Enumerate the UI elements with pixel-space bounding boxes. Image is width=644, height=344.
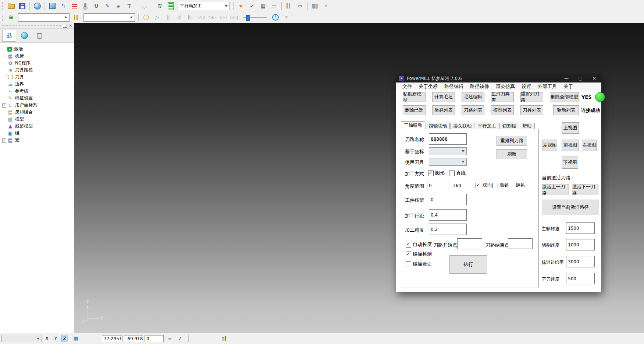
rewind-icon[interactable]: ◁◁ bbox=[196, 13, 206, 22]
minimize-button[interactable]: — bbox=[559, 76, 573, 81]
tool-pair-icon[interactable] bbox=[284, 1, 294, 11]
view-right-button[interactable]: 右视图 bbox=[582, 140, 597, 151]
tree-item-activate[interactable]: »激活 bbox=[0, 46, 74, 53]
dialog-tab-1[interactable]: 三轴联动 bbox=[401, 121, 425, 129]
tree-item-tools[interactable]: ↧↧刀具 bbox=[0, 74, 74, 81]
menu-item-0[interactable]: 文件 bbox=[399, 83, 415, 90]
use-tool-combo[interactable] bbox=[429, 158, 467, 166]
tree-item-stock-models[interactable]: ▲残留模型 bbox=[0, 123, 74, 130]
pause-icon[interactable]: || bbox=[163, 13, 173, 22]
tree-item-macros[interactable]: +▤宏 bbox=[0, 137, 74, 144]
refresh-button[interactable]: 刷新 bbox=[497, 149, 527, 159]
bidirectional-checkbox[interactable]: 双向 bbox=[476, 182, 492, 189]
action-button-删除全部模型[interactable]: 删除全部模型 bbox=[550, 92, 579, 102]
toolpaths-icon[interactable]: ≋ bbox=[6, 13, 16, 22]
tree-item-groups[interactable]: ▣组 bbox=[0, 130, 74, 137]
conventional-mill-checkbox[interactable]: 逆铣 bbox=[509, 182, 525, 189]
start-point-input[interactable] bbox=[457, 238, 482, 249]
axis-x-button[interactable]: X bbox=[43, 335, 50, 342]
go-start-icon[interactable]: |◁◁ bbox=[218, 13, 228, 22]
maximize-button[interactable]: ▢ bbox=[573, 76, 587, 81]
simulation-pause-icon[interactable]: ▯‖ bbox=[219, 335, 229, 342]
tree-item-models[interactable]: ▧模型 bbox=[0, 116, 74, 123]
ruler-icon[interactable]: ▭ bbox=[269, 1, 279, 11]
stepover-input[interactable]: 0.4 bbox=[429, 209, 467, 221]
menu-item-1[interactable]: 关于坐标 bbox=[415, 83, 441, 90]
step-forward-icon[interactable]: |▷ bbox=[185, 13, 195, 22]
tree-item-levels-sets[interactable]: ▤层和组合 bbox=[0, 109, 74, 116]
collision-detect-checkbox[interactable]: 碰撞检测 bbox=[406, 251, 432, 257]
fast-forward-icon[interactable]: ▷▷ bbox=[207, 13, 217, 22]
view-bottom-button[interactable]: 下视图 bbox=[562, 157, 578, 169]
menu-item-6[interactable]: 外部工具 bbox=[534, 83, 560, 90]
climb-mill-checkbox[interactable]: 顺铣 bbox=[492, 182, 509, 189]
clock-icon[interactable] bbox=[270, 13, 281, 22]
point-list-icon[interactable]: ≡ bbox=[166, 335, 174, 342]
dialog-titlebar[interactable]: ✦ PowerMILL 忆梦星河 7.0.6 — ▢ ✕ bbox=[396, 74, 601, 83]
close-button[interactable]: ✕ bbox=[587, 76, 601, 81]
collision-check-icon[interactable]: U bbox=[91, 1, 102, 11]
axis-y-button[interactable]: Y bbox=[52, 335, 59, 342]
action-button-毛坯编辑[interactable]: 毛坯编辑 bbox=[462, 92, 484, 102]
calculator-icon[interactable]: ▦ bbox=[258, 1, 268, 11]
toolpath-name-input[interactable]: 888888 bbox=[429, 133, 467, 145]
verify-tool-icon[interactable]: ✔ bbox=[247, 1, 257, 11]
close-panel-icon[interactable]: ✕ bbox=[69, 24, 72, 28]
menu-item-7[interactable]: 关于 bbox=[560, 83, 576, 90]
rearrange-toolpaths-button[interactable]: 重排列刀路 bbox=[497, 136, 527, 146]
angle-measure-icon[interactable]: ∠ bbox=[177, 335, 184, 342]
coord-y-input[interactable]: -69.918 bbox=[124, 335, 143, 342]
tree-item-machine[interactable]: ▦机床 bbox=[0, 53, 74, 60]
action-button-星河刀具库[interactable]: 星河刀具库 bbox=[491, 92, 514, 102]
action-button-重排列刀路[interactable]: 重排列刀路 bbox=[520, 92, 543, 102]
explorer-globe-tab[interactable] bbox=[17, 30, 31, 42]
auto-length-checkbox[interactable]: 自动长度 bbox=[406, 241, 432, 248]
z-levels-icon[interactable] bbox=[69, 1, 79, 11]
tolerance-input[interactable]: 0.2 bbox=[429, 224, 467, 235]
edit-toolpath-icon[interactable]: ✎ bbox=[102, 1, 113, 11]
tree-item-boundaries[interactable]: ☁边界 bbox=[0, 81, 74, 88]
menu-item-3[interactable]: 路径镜像 bbox=[467, 83, 492, 90]
play-icon[interactable]: ▷ bbox=[152, 13, 162, 22]
dialog-tab-4[interactable]: 平行加工 bbox=[475, 123, 499, 129]
go-end-icon[interactable]: ▷▷| bbox=[229, 13, 239, 22]
tree-item-toolpaths[interactable]: ≋刀具路径 bbox=[0, 67, 74, 74]
speed-input[interactable]: 3000 bbox=[566, 256, 595, 267]
execute-button[interactable]: 执行 bbox=[449, 255, 487, 274]
ball-tool-icon[interactable] bbox=[80, 1, 90, 11]
simulate-tool-icon[interactable]: ◡ bbox=[139, 1, 150, 11]
open-project-icon[interactable] bbox=[6, 1, 16, 11]
statusbar-combo[interactable] bbox=[1, 335, 42, 342]
dialog-tab-6[interactable]: 帮助 bbox=[520, 123, 535, 129]
axis-z-button[interactable]: Z bbox=[61, 335, 68, 342]
set-active-path-button[interactable]: 设置当前激活路径 bbox=[542, 200, 599, 215]
speed-input[interactable]: 1000 bbox=[566, 239, 595, 250]
coord-system-combo[interactable] bbox=[429, 147, 467, 155]
tree-item-workplanes[interactable]: +∟用户坐标系 bbox=[0, 102, 74, 109]
dialog-tab-5[interactable]: 切割锯 bbox=[499, 123, 519, 129]
step-back-icon[interactable]: ◁| bbox=[174, 13, 184, 22]
action-button-计算毛坯[interactable]: 计算毛坯 bbox=[432, 92, 455, 102]
activate-prev-button[interactable]: 激活上一刀路 bbox=[542, 185, 569, 195]
sim-speed-slider[interactable] bbox=[243, 15, 267, 20]
block-icon[interactable] bbox=[47, 1, 57, 11]
tree-item-patterns[interactable]: ≈参考线 bbox=[0, 88, 74, 95]
trim-cross-icon[interactable]: ✂ bbox=[295, 1, 305, 11]
grid-snap-icon[interactable]: ▦ bbox=[72, 335, 80, 342]
slider-handle[interactable] bbox=[246, 15, 250, 21]
action-button-驱动列表[interactable]: 驱动列表 bbox=[553, 105, 579, 115]
action-button-坐标列表[interactable]: 坐标列表 bbox=[432, 105, 455, 115]
pattern-icon[interactable]: ◈ bbox=[113, 1, 124, 11]
tools-icon[interactable] bbox=[71, 13, 82, 22]
block-calculator-icon[interactable] bbox=[32, 1, 42, 11]
coord-x-input[interactable]: 77.2951 bbox=[102, 335, 122, 342]
action-button-刀路列表[interactable]: 刀路列表 bbox=[462, 105, 484, 115]
menu-item-4[interactable]: 渲染仿真 bbox=[492, 83, 518, 90]
coord-z-input[interactable]: 0 bbox=[145, 335, 164, 342]
expander-icon[interactable]: + bbox=[2, 103, 6, 108]
view-front-button[interactable]: 前视图 bbox=[562, 140, 579, 151]
expander-icon[interactable]: + bbox=[2, 138, 6, 143]
strategy-list-icon[interactable] bbox=[166, 1, 176, 11]
light-bulb-icon[interactable] bbox=[141, 13, 151, 22]
action-button-模型列表[interactable]: 模型列表 bbox=[491, 105, 514, 115]
